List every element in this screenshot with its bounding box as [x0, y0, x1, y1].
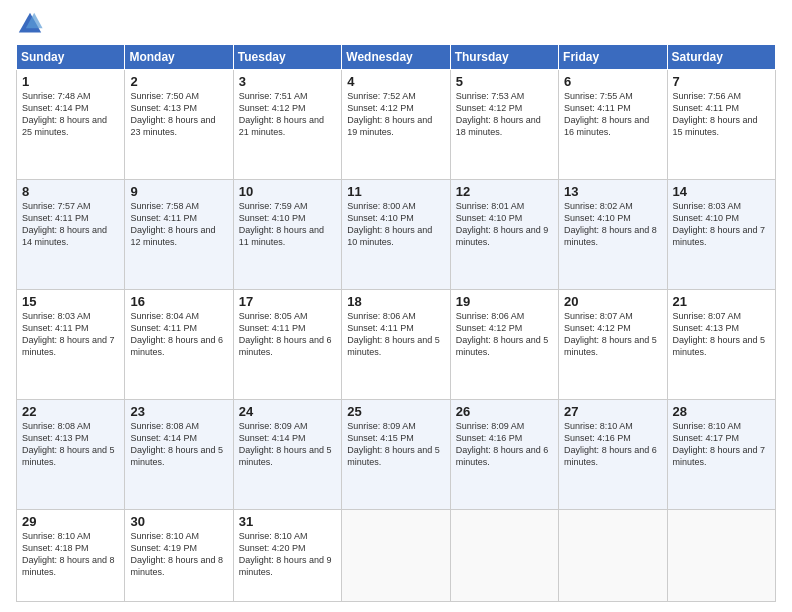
day-detail: Sunrise: 7:48 AMSunset: 4:14 PMDaylight:… [22, 91, 107, 137]
calendar-cell [450, 510, 558, 602]
day-number: 2 [130, 74, 227, 89]
day-detail: Sunrise: 8:10 AMSunset: 4:18 PMDaylight:… [22, 531, 115, 577]
calendar-cell: 16 Sunrise: 8:04 AMSunset: 4:11 PMDaylig… [125, 290, 233, 400]
calendar-cell: 14 Sunrise: 8:03 AMSunset: 4:10 PMDaylig… [667, 180, 775, 290]
day-detail: Sunrise: 7:55 AMSunset: 4:11 PMDaylight:… [564, 91, 649, 137]
day-detail: Sunrise: 8:08 AMSunset: 4:14 PMDaylight:… [130, 421, 223, 467]
day-detail: Sunrise: 7:56 AMSunset: 4:11 PMDaylight:… [673, 91, 758, 137]
calendar-cell: 22 Sunrise: 8:08 AMSunset: 4:13 PMDaylig… [17, 400, 125, 510]
logo [16, 10, 49, 38]
day-number: 30 [130, 514, 227, 529]
calendar-table: SundayMondayTuesdayWednesdayThursdayFrid… [16, 44, 776, 602]
day-detail: Sunrise: 7:58 AMSunset: 4:11 PMDaylight:… [130, 201, 215, 247]
calendar-cell: 28 Sunrise: 8:10 AMSunset: 4:17 PMDaylig… [667, 400, 775, 510]
calendar-cell: 4 Sunrise: 7:52 AMSunset: 4:12 PMDayligh… [342, 70, 450, 180]
calendar-week-row: 29 Sunrise: 8:10 AMSunset: 4:18 PMDaylig… [17, 510, 776, 602]
day-number: 6 [564, 74, 661, 89]
day-number: 7 [673, 74, 770, 89]
calendar-cell: 6 Sunrise: 7:55 AMSunset: 4:11 PMDayligh… [559, 70, 667, 180]
day-detail: Sunrise: 8:09 AMSunset: 4:14 PMDaylight:… [239, 421, 332, 467]
day-detail: Sunrise: 7:51 AMSunset: 4:12 PMDaylight:… [239, 91, 324, 137]
calendar-cell: 3 Sunrise: 7:51 AMSunset: 4:12 PMDayligh… [233, 70, 341, 180]
calendar-page: SundayMondayTuesdayWednesdayThursdayFrid… [0, 0, 792, 612]
day-number: 4 [347, 74, 444, 89]
day-detail: Sunrise: 8:06 AMSunset: 4:11 PMDaylight:… [347, 311, 440, 357]
calendar-cell: 10 Sunrise: 7:59 AMSunset: 4:10 PMDaylig… [233, 180, 341, 290]
day-number: 31 [239, 514, 336, 529]
day-detail: Sunrise: 8:02 AMSunset: 4:10 PMDaylight:… [564, 201, 657, 247]
header [16, 10, 776, 38]
day-header-thursday: Thursday [450, 45, 558, 70]
day-header-monday: Monday [125, 45, 233, 70]
calendar-cell: 15 Sunrise: 8:03 AMSunset: 4:11 PMDaylig… [17, 290, 125, 400]
calendar-cell: 30 Sunrise: 8:10 AMSunset: 4:19 PMDaylig… [125, 510, 233, 602]
calendar-cell: 21 Sunrise: 8:07 AMSunset: 4:13 PMDaylig… [667, 290, 775, 400]
day-detail: Sunrise: 8:07 AMSunset: 4:12 PMDaylight:… [564, 311, 657, 357]
day-header-saturday: Saturday [667, 45, 775, 70]
day-detail: Sunrise: 8:00 AMSunset: 4:10 PMDaylight:… [347, 201, 432, 247]
calendar-cell: 27 Sunrise: 8:10 AMSunset: 4:16 PMDaylig… [559, 400, 667, 510]
day-number: 27 [564, 404, 661, 419]
calendar-week-row: 22 Sunrise: 8:08 AMSunset: 4:13 PMDaylig… [17, 400, 776, 510]
day-number: 17 [239, 294, 336, 309]
calendar-cell: 24 Sunrise: 8:09 AMSunset: 4:14 PMDaylig… [233, 400, 341, 510]
day-detail: Sunrise: 8:03 AMSunset: 4:10 PMDaylight:… [673, 201, 766, 247]
day-detail: Sunrise: 8:10 AMSunset: 4:19 PMDaylight:… [130, 531, 223, 577]
calendar-cell: 19 Sunrise: 8:06 AMSunset: 4:12 PMDaylig… [450, 290, 558, 400]
calendar-cell: 18 Sunrise: 8:06 AMSunset: 4:11 PMDaylig… [342, 290, 450, 400]
day-number: 1 [22, 74, 119, 89]
day-detail: Sunrise: 7:53 AMSunset: 4:12 PMDaylight:… [456, 91, 541, 137]
day-detail: Sunrise: 8:06 AMSunset: 4:12 PMDaylight:… [456, 311, 549, 357]
day-detail: Sunrise: 8:01 AMSunset: 4:10 PMDaylight:… [456, 201, 549, 247]
day-detail: Sunrise: 8:10 AMSunset: 4:20 PMDaylight:… [239, 531, 332, 577]
day-number: 9 [130, 184, 227, 199]
calendar-cell: 23 Sunrise: 8:08 AMSunset: 4:14 PMDaylig… [125, 400, 233, 510]
day-detail: Sunrise: 7:52 AMSunset: 4:12 PMDaylight:… [347, 91, 432, 137]
calendar-cell: 26 Sunrise: 8:09 AMSunset: 4:16 PMDaylig… [450, 400, 558, 510]
day-number: 28 [673, 404, 770, 419]
calendar-cell: 25 Sunrise: 8:09 AMSunset: 4:15 PMDaylig… [342, 400, 450, 510]
calendar-week-row: 8 Sunrise: 7:57 AMSunset: 4:11 PMDayligh… [17, 180, 776, 290]
day-number: 16 [130, 294, 227, 309]
day-number: 14 [673, 184, 770, 199]
calendar-cell: 8 Sunrise: 7:57 AMSunset: 4:11 PMDayligh… [17, 180, 125, 290]
day-detail: Sunrise: 8:10 AMSunset: 4:16 PMDaylight:… [564, 421, 657, 467]
day-detail: Sunrise: 8:05 AMSunset: 4:11 PMDaylight:… [239, 311, 332, 357]
day-detail: Sunrise: 8:08 AMSunset: 4:13 PMDaylight:… [22, 421, 115, 467]
day-detail: Sunrise: 8:09 AMSunset: 4:15 PMDaylight:… [347, 421, 440, 467]
calendar-cell: 29 Sunrise: 8:10 AMSunset: 4:18 PMDaylig… [17, 510, 125, 602]
calendar-cell: 20 Sunrise: 8:07 AMSunset: 4:12 PMDaylig… [559, 290, 667, 400]
day-number: 11 [347, 184, 444, 199]
day-detail: Sunrise: 7:50 AMSunset: 4:13 PMDaylight:… [130, 91, 215, 137]
calendar-cell [342, 510, 450, 602]
calendar-cell: 11 Sunrise: 8:00 AMSunset: 4:10 PMDaylig… [342, 180, 450, 290]
day-header-tuesday: Tuesday [233, 45, 341, 70]
day-number: 19 [456, 294, 553, 309]
day-detail: Sunrise: 8:03 AMSunset: 4:11 PMDaylight:… [22, 311, 115, 357]
calendar-cell [667, 510, 775, 602]
day-detail: Sunrise: 8:10 AMSunset: 4:17 PMDaylight:… [673, 421, 766, 467]
day-number: 5 [456, 74, 553, 89]
day-number: 13 [564, 184, 661, 199]
day-number: 20 [564, 294, 661, 309]
calendar-cell: 1 Sunrise: 7:48 AMSunset: 4:14 PMDayligh… [17, 70, 125, 180]
calendar-cell: 5 Sunrise: 7:53 AMSunset: 4:12 PMDayligh… [450, 70, 558, 180]
day-number: 8 [22, 184, 119, 199]
day-number: 23 [130, 404, 227, 419]
calendar-week-row: 1 Sunrise: 7:48 AMSunset: 4:14 PMDayligh… [17, 70, 776, 180]
day-number: 18 [347, 294, 444, 309]
day-number: 12 [456, 184, 553, 199]
calendar-cell: 2 Sunrise: 7:50 AMSunset: 4:13 PMDayligh… [125, 70, 233, 180]
day-number: 24 [239, 404, 336, 419]
day-number: 15 [22, 294, 119, 309]
day-number: 10 [239, 184, 336, 199]
calendar-cell [559, 510, 667, 602]
calendar-cell: 9 Sunrise: 7:58 AMSunset: 4:11 PMDayligh… [125, 180, 233, 290]
calendar-cell: 12 Sunrise: 8:01 AMSunset: 4:10 PMDaylig… [450, 180, 558, 290]
calendar-cell: 13 Sunrise: 8:02 AMSunset: 4:10 PMDaylig… [559, 180, 667, 290]
day-detail: Sunrise: 8:09 AMSunset: 4:16 PMDaylight:… [456, 421, 549, 467]
day-number: 21 [673, 294, 770, 309]
day-detail: Sunrise: 8:07 AMSunset: 4:13 PMDaylight:… [673, 311, 766, 357]
day-number: 25 [347, 404, 444, 419]
day-number: 26 [456, 404, 553, 419]
